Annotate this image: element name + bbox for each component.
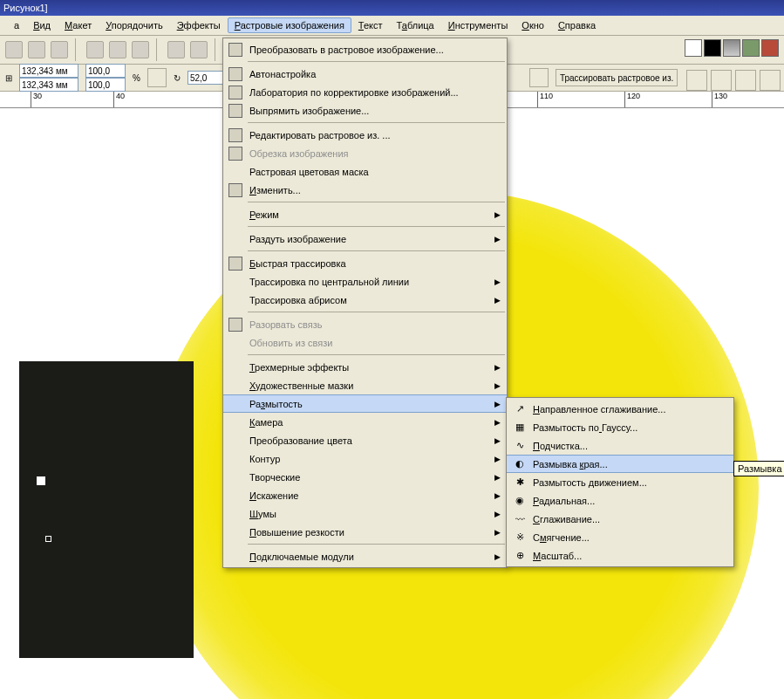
submenu-item[interactable]: ✱Размытость движением...	[507, 473, 733, 491]
menu-item[interactable]: Искажение▶	[223, 486, 507, 504]
prop-button[interactable]	[686, 70, 707, 91]
menu-item[interactable]: Камера▶	[223, 413, 507, 431]
submenu-arrow-icon: ▶	[494, 491, 503, 500]
ruler-tick: 40	[113, 92, 125, 107]
menu-item-icon	[227, 415, 244, 429]
prop-button[interactable]	[760, 70, 781, 91]
submenu-item[interactable]: ◉Радиальная...	[507, 491, 733, 510]
menu-item[interactable]: Контур▶	[223, 449, 507, 468]
prop-button[interactable]	[711, 70, 732, 91]
tool-undo-icon[interactable]	[167, 41, 185, 58]
menu-item-label: Творческие	[249, 472, 494, 483]
menu-item[interactable]: Шумы▶	[223, 504, 507, 523]
menu-item[interactable]: Режим▶	[223, 205, 507, 223]
swatch[interactable]	[742, 39, 760, 57]
tool-open-icon[interactable]	[28, 41, 45, 58]
menu-item[interactable]: Раздуть изображение▶	[223, 230, 507, 248]
navigator-thumbnail[interactable]	[19, 361, 194, 658]
bitmap-menu-dropdown: Преобразовать в растровое изображение...…	[222, 38, 508, 568]
menu-item[interactable]: Размытость▶	[223, 394, 507, 413]
swatch[interactable]	[761, 39, 779, 57]
menu-таблица[interactable]: Таблица	[390, 17, 441, 33]
menu-item-icon	[227, 293, 244, 307]
submenu-arrow-icon: ▶	[494, 235, 503, 243]
tool-new-icon[interactable]	[5, 41, 23, 58]
menu-item[interactable]: Художественные мазки▶	[223, 376, 507, 394]
submenu-item-icon: ↗	[510, 402, 529, 416]
scale-x-input[interactable]	[85, 64, 126, 78]
swatch[interactable]	[723, 39, 740, 57]
submenu-item[interactable]: ∿Подчистка...	[507, 436, 733, 455]
swatch[interactable]	[685, 39, 702, 57]
submenu-item[interactable]: ⊕Масштаб...	[507, 546, 733, 565]
menu-item-label: Изменить...	[249, 185, 494, 195]
submenu-item[interactable]: ↗Направленное сглаживание...	[507, 400, 733, 418]
tool-save-icon[interactable]	[51, 41, 68, 58]
tool-cut-icon[interactable]	[86, 41, 104, 58]
menu-separator	[248, 544, 505, 545]
x-input[interactable]	[19, 64, 78, 78]
menu-item-label: Быстрая трассировка	[249, 258, 494, 269]
menu-справка[interactable]: Справка	[551, 17, 603, 33]
menu-item[interactable]: Повышение резкости▶	[223, 523, 507, 541]
lock-ratio-button[interactable]	[147, 68, 167, 87]
menu-item[interactable]: Преобразование цвета▶	[223, 431, 507, 449]
menu-окно[interactable]: Окно	[515, 17, 551, 33]
edit-bitmap-button[interactable]	[529, 68, 549, 87]
menu-вид[interactable]: Вид	[26, 17, 58, 33]
submenu-arrow-icon: ▶	[494, 418, 503, 427]
submenu-item[interactable]: 〰Сглаживание...	[507, 510, 733, 528]
submenu-item-label: Направленное сглаживание...	[533, 404, 665, 415]
y-input[interactable]	[19, 78, 78, 92]
menu-инструменты[interactable]: Инструменты	[441, 17, 515, 33]
menu-item-label: Преобразовать в растровое изображение...	[249, 45, 494, 55]
tool-paste-icon[interactable]	[132, 41, 149, 58]
menu-эффекты[interactable]: Эффекты	[170, 17, 228, 33]
submenu-item[interactable]: ◐Размывка края...	[507, 455, 733, 473]
menu-item[interactable]: Лаборатория по корректировке изображений…	[223, 83, 507, 101]
menu-item-label: Повышение резкости	[249, 527, 494, 538]
menu-item[interactable]: Преобразовать в растровое изображение...	[223, 40, 507, 58]
tool-copy-icon[interactable]	[109, 41, 126, 58]
ruler-tick: 130	[712, 92, 727, 107]
menu-item-icon	[227, 43, 244, 57]
menu-упорядочить[interactable]: Упорядочить	[99, 17, 169, 33]
rotation-input[interactable]	[187, 71, 228, 85]
color-swatches	[685, 39, 784, 60]
submenu-item[interactable]: ▦Размытость по Гауссу...	[507, 418, 733, 436]
menu-item[interactable]: Выпрямить изображение...	[223, 101, 507, 120]
menu-item[interactable]: Редактировать растровое из. ...	[223, 126, 507, 144]
menu-item-icon	[227, 525, 244, 539]
ruler-tick: 30	[31, 92, 42, 107]
prop-button[interactable]	[735, 70, 756, 91]
menu-item[interactable]: Творческие▶	[223, 468, 507, 486]
menu-item[interactable]: Трассировка по центральной линии▶	[223, 272, 507, 291]
menu-текст[interactable]: Текст	[351, 17, 390, 33]
menu-item[interactable]: Автонастройка	[223, 65, 507, 83]
menu-item-label: Обновить из связи	[249, 338, 494, 348]
selection-handle[interactable]	[37, 476, 45, 485]
menu-item-icon	[227, 397, 244, 411]
menu-item[interactable]: Трассировка абрисом▶	[223, 291, 507, 309]
selection-handle[interactable]	[45, 536, 51, 542]
tool-redo-icon[interactable]	[190, 41, 208, 58]
scale-y-input[interactable]	[85, 78, 126, 92]
menu-item[interactable]: Изменить...	[223, 181, 507, 199]
swatch[interactable]	[704, 39, 721, 57]
trace-bitmap-button[interactable]: Трассировать растровое из.	[556, 69, 678, 86]
menu-item-label: Художественные мазки	[249, 380, 494, 391]
menu-макет[interactable]: Макет	[58, 17, 99, 33]
submenu-item-icon: ∿	[510, 439, 529, 453]
menu-item-icon	[227, 489, 244, 503]
menu-item-icon	[227, 232, 244, 246]
menu-а[interactable]: а	[7, 17, 26, 33]
menu-item[interactable]: Подключаемые модули▶	[223, 547, 507, 565]
menu-растровые изображения[interactable]: Растровые изображения	[228, 17, 351, 33]
submenu-item[interactable]: ※Смягчение...	[507, 528, 733, 546]
menu-item[interactable]: Быстрая трассировка	[223, 254, 507, 272]
menu-item[interactable]: Трехмерные эффекты▶	[223, 358, 507, 376]
menubar: аВидМакетУпорядочитьЭффектыРастровые изо…	[0, 16, 784, 36]
submenu-item-label: Сглаживание...	[533, 514, 600, 524]
menu-item-icon	[227, 470, 244, 484]
menu-item[interactable]: Растровая цветовая маска	[223, 162, 507, 181]
